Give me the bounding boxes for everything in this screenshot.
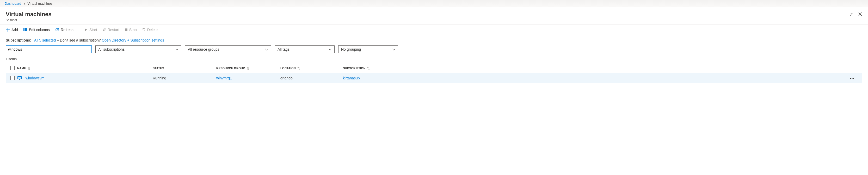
items-count: 1 items [6,57,862,61]
restart-label: Restart [107,28,119,32]
sort-icon [247,66,249,70]
breadcrumb-current: Virtual machines [28,2,53,5]
column-resource-group[interactable]: RESOURCE GROUP [216,67,245,70]
vm-icon [17,76,22,80]
vm-subscription-link[interactable]: kirtanasub [343,76,360,80]
breadcrumb-root-link[interactable]: Dashboard [5,2,21,5]
stop-button: Stop [125,28,137,32]
select-all-checkbox[interactable] [10,66,14,70]
column-location[interactable]: LOCATION [280,67,296,70]
stop-label: Stop [129,28,137,32]
vm-resource-group-link[interactable]: winvmrg1 [216,76,232,80]
subscriptions-hint: – Don't see a subscription? [57,38,102,42]
sort-icon [28,66,30,70]
table-row[interactable]: windowsvm Running winvmrg1 orlando kirta… [6,73,862,83]
svg-rect-6 [125,28,127,31]
subscriptions-selected-link[interactable]: All 5 selected [34,38,56,42]
chevron-down-icon [329,47,332,51]
svg-rect-9 [19,79,20,80]
page-scope: Selfhost [6,18,849,22]
toolbar: Add Edit columns Refresh Start Restart S… [0,25,868,35]
add-label: Add [11,28,18,32]
refresh-label: Refresh [61,28,73,32]
restart-button: Restart [102,28,119,32]
grid-header: NAME STATUS RESOURCE GROUP LOCATION SUBS… [6,64,862,73]
grouping-dropdown[interactable]: No grouping [338,46,398,53]
edit-columns-button[interactable]: Edit columns [23,28,50,32]
refresh-button[interactable]: Refresh [55,28,73,32]
close-icon[interactable] [858,12,862,16]
svg-point-12 [851,78,852,79]
breadcrumb-separator [24,2,26,5]
blade-header: Virtual machines Selfhost [0,7,868,25]
svg-point-13 [853,78,854,79]
subscriptions-label: Subscriptions: [6,38,31,42]
grouping-dropdown-label: No grouping [341,47,361,51]
svg-rect-2 [24,30,25,31]
subscriptions-dropdown-label: All subscriptions [98,47,125,51]
column-subscription[interactable]: SUBSCRIPTION [343,67,366,70]
subscriptions-line: Subscriptions: All 5 selected – Don't se… [6,38,862,42]
row-checkbox[interactable] [10,76,14,80]
resource-groups-dropdown[interactable]: All resource groups [185,46,271,53]
tags-dropdown[interactable]: All tags [275,46,335,53]
sort-icon [367,66,370,70]
start-label: Start [89,28,97,32]
delete-label: Delete [147,28,158,32]
vm-location: orlando [280,76,343,80]
results-grid: NAME STATUS RESOURCE GROUP LOCATION SUBS… [6,64,862,83]
pin-icon[interactable] [849,12,854,16]
vm-status: Running [153,76,216,80]
svg-rect-5 [25,30,27,31]
sort-icon [297,66,300,70]
tags-dropdown-label: All tags [278,47,289,51]
chevron-down-icon [175,47,179,51]
column-name[interactable]: NAME [17,67,26,70]
svg-rect-4 [25,29,27,30]
subscriptions-dropdown[interactable]: All subscriptions [95,46,181,53]
filters-row: All subscriptions All resource groups Al… [6,46,862,53]
open-directory-link[interactable]: Open Directory + Subscription settings [102,38,164,42]
svg-rect-0 [24,28,25,29]
svg-rect-1 [24,29,25,30]
column-status[interactable]: STATUS [153,67,164,70]
start-button: Start [84,28,97,32]
svg-point-11 [850,78,851,79]
svg-rect-8 [18,77,21,79]
svg-rect-3 [25,28,27,29]
edit-columns-label: Edit columns [29,28,50,32]
search-input[interactable] [6,46,92,53]
breadcrumb: Dashboard Virtual machines [0,0,868,7]
page-title: Virtual machines [6,11,849,18]
add-button[interactable]: Add [6,28,18,32]
content-area: Subscriptions: All 5 selected – Don't se… [0,35,868,88]
resource-groups-dropdown-label: All resource groups [188,47,219,51]
vm-name-link[interactable]: windowsvm [26,76,44,80]
delete-button: Delete [142,28,158,32]
chevron-down-icon [265,47,268,51]
chevron-down-icon [392,47,395,51]
more-actions-icon[interactable] [850,75,855,81]
